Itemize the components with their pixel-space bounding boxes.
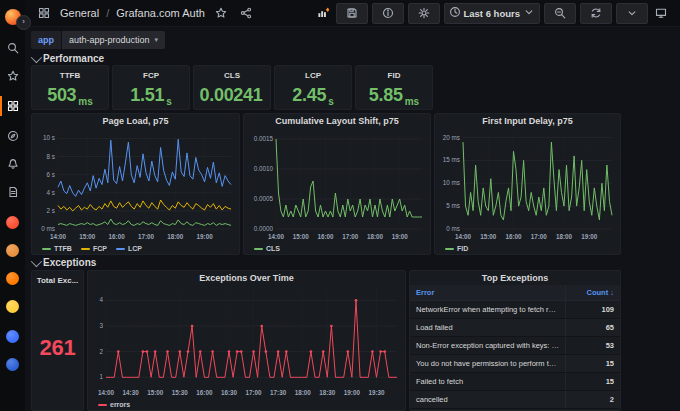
count-cell: 2 <box>566 391 621 409</box>
count-cell: 15 <box>566 373 621 391</box>
panel-top-exceptions: Top Exceptions Error Count ↓ NetworkErro… <box>409 270 621 411</box>
table-row: You do not have permission to perform th… <box>410 355 620 373</box>
dashboards-icon[interactable] <box>0 94 25 118</box>
cls-chart[interactable]: 14:0015:0016:0017:0018:0019:000.00000.00… <box>246 129 428 241</box>
panel-title[interactable]: Exceptions Over Time <box>88 273 405 283</box>
legend-item-cls[interactable]: CLS <box>254 245 280 252</box>
svg-text:15:00: 15:00 <box>147 389 164 396</box>
refresh-interval-dropdown[interactable] <box>616 3 648 24</box>
panel-page-load: Page Load, p75 14:0015:0016:0017:0018:00… <box>31 113 240 255</box>
chevron-down-icon: ▾ <box>155 36 159 44</box>
explore-compass-icon[interactable] <box>0 124 25 148</box>
svg-text:15 ms: 15 ms <box>443 156 460 163</box>
svg-text:17:00: 17:00 <box>138 233 155 240</box>
svg-text:14:00: 14:00 <box>455 233 472 240</box>
svg-text:15:00: 15:00 <box>79 233 96 240</box>
fid-chart[interactable]: 14:0015:0016:0017:0018:0019:000 ms5 ms10… <box>437 129 618 241</box>
panel-title[interactable]: Page Load, p75 <box>32 116 239 126</box>
stat-panel-ttfb[interactable]: TTFB 503ms <box>31 65 109 110</box>
count-cell: 109 <box>566 301 621 319</box>
chevron-down-icon <box>31 51 42 62</box>
stat-panel-total-exceptions[interactable]: Total Exc... 261 <box>31 270 84 411</box>
column-header-error[interactable]: Error <box>410 285 566 301</box>
cycle-view-mode-button[interactable] <box>652 4 670 23</box>
svg-text:19:00: 19:00 <box>392 233 409 240</box>
panel-title[interactable]: Top Exceptions <box>410 273 620 283</box>
top-exceptions-tbody: NetworkError when attempting to fetch re… <box>410 301 620 411</box>
svg-text:16:00: 16:00 <box>196 389 213 396</box>
stat-panel-lcp[interactable]: LCP 2.45s <box>274 65 352 110</box>
svg-text:4 s: 4 s <box>47 189 55 196</box>
add-panel-button[interactable] <box>314 4 332 23</box>
ml-app-icon[interactable] <box>0 238 25 262</box>
svg-text:17:30: 17:30 <box>270 389 287 396</box>
error-cell: You do not have permission to perform th… <box>410 355 566 373</box>
row-exceptions-toggle[interactable]: Exceptions <box>31 257 96 268</box>
table-row: Non-Error exception captured with keys: … <box>410 337 620 355</box>
panel-title[interactable]: First Input Delay, p75 <box>435 116 620 126</box>
legend-item-errors[interactable]: errors <box>98 401 130 408</box>
stat-value: 503ms <box>47 80 93 109</box>
legend-item-ttfb[interactable]: TTFB <box>42 245 72 252</box>
plugin-app-icon[interactable] <box>0 352 25 376</box>
error-cell: missing ) after argument list <box>410 409 566 411</box>
sidebar-expand-button[interactable]: › <box>16 15 31 30</box>
svg-text:16:00: 16:00 <box>317 233 334 240</box>
section-title: Exceptions <box>43 257 96 268</box>
table-row: missing ) after argument list1 <box>410 409 620 411</box>
svg-text:18:00: 18:00 <box>167 233 184 240</box>
dashboard-grid-icon <box>35 4 53 23</box>
legend-item-lcp[interactable]: LCP <box>116 245 142 252</box>
chevron-down-icon <box>523 6 535 20</box>
legend-item-fcp[interactable]: FCP <box>81 245 107 252</box>
stat-panel-fcp[interactable]: FCP 1.51s <box>112 65 190 110</box>
search-icon[interactable] <box>0 36 25 60</box>
exceptions-chart[interactable]: 14:0014:3015:0015:3016:0016:3017:0017:30… <box>90 286 403 397</box>
time-range-label: Last 6 hours <box>464 8 521 19</box>
refresh-dashboard-button[interactable] <box>580 3 612 24</box>
stat-value: 261 <box>40 285 76 410</box>
docs-file-icon[interactable] <box>0 180 25 204</box>
panel-title[interactable]: Cumulative Layout Shift, p75 <box>244 116 430 126</box>
zoom-out-time-button[interactable] <box>544 3 576 24</box>
count-cell: 15 <box>566 355 621 373</box>
svg-text:5 ms: 5 ms <box>446 202 460 209</box>
svg-text:15:00: 15:00 <box>293 233 310 240</box>
table-row: cancelled2 <box>410 391 620 409</box>
svg-text:14:30: 14:30 <box>123 389 140 396</box>
count-cell: 53 <box>566 337 621 355</box>
column-header-count[interactable]: Count ↓ <box>566 285 621 301</box>
stat-panel-cls[interactable]: CLS 0.00241 <box>193 65 271 110</box>
stat-value: 1.51s <box>130 80 171 109</box>
clock-icon <box>449 6 461 20</box>
oncall-app-icon[interactable] <box>0 266 25 290</box>
save-dashboard-button[interactable] <box>336 3 368 24</box>
synthetics-app-icon[interactable] <box>0 324 25 348</box>
row-performance-toggle[interactable]: Performance <box>31 53 104 64</box>
svg-text:18:00: 18:00 <box>556 233 573 240</box>
breadcrumb-folder[interactable]: General <box>60 7 99 19</box>
table-row: Load failed65 <box>410 319 620 337</box>
alerting-bell-icon[interactable] <box>0 152 25 176</box>
stat-title: LCP <box>305 71 321 80</box>
time-range-picker[interactable]: Last 6 hours <box>444 3 541 24</box>
starred-dashboards-icon[interactable] <box>0 64 25 88</box>
incident-app-icon[interactable] <box>0 210 25 234</box>
svg-text:2 s: 2 s <box>47 207 55 214</box>
breadcrumb-dashboard-title[interactable]: Grafana.com Auth <box>116 7 205 19</box>
svg-text:16:00: 16:00 <box>109 233 126 240</box>
star-dashboard-button[interactable] <box>212 4 230 23</box>
stat-panel-fid[interactable]: FID 5.85ms <box>355 65 433 110</box>
page-load-chart[interactable]: 14:0015:0016:0017:0018:0019:000 ms2 s4 s… <box>34 129 237 241</box>
share-dashboard-button[interactable] <box>237 4 255 23</box>
dashboard-insights-button[interactable] <box>372 3 404 24</box>
error-cell: Failed to fetch <box>410 373 566 391</box>
k6-app-icon[interactable] <box>0 294 25 318</box>
svg-text:0.0005: 0.0005 <box>254 195 274 202</box>
svg-text:10 ms: 10 ms <box>443 179 460 186</box>
legend-item-fid[interactable]: FID <box>445 245 468 252</box>
svg-text:18:00: 18:00 <box>295 389 312 396</box>
error-cell: cancelled <box>410 391 566 409</box>
dashboard-settings-button[interactable] <box>408 3 440 24</box>
variable-value-dropdown[interactable]: auth-app-production ▾ <box>62 31 165 49</box>
